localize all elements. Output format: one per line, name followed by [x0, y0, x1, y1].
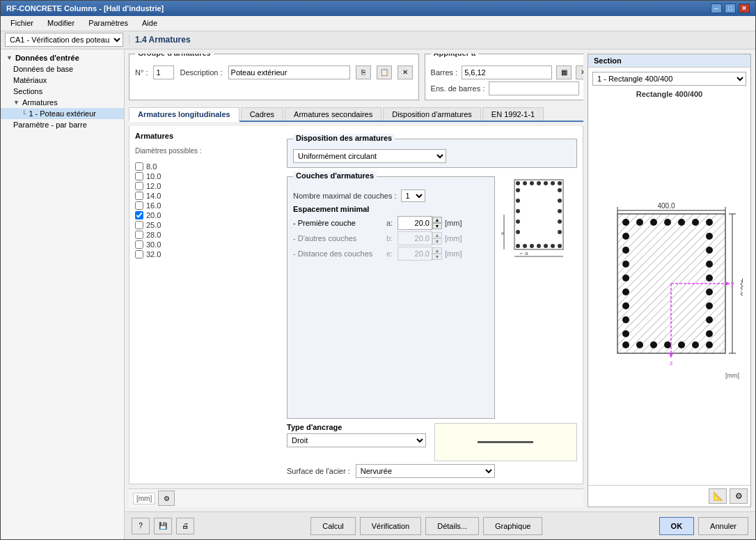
cas-dropdown[interactable]: CA1 - Vérification des poteaux ↑ — [5, 33, 123, 47]
svg-point-65 — [706, 288, 713, 295]
bottom-right: OK Annuler — [659, 517, 748, 535]
ancrage-section: Type d'ancrage Droit — [287, 423, 577, 478]
menu-parametres[interactable]: Paramètres — [81, 17, 135, 29]
svg-point-9 — [523, 244, 527, 248]
diameter-checkbox[interactable] — [135, 162, 143, 171]
close-button[interactable]: ✕ — [739, 3, 750, 13]
first-couche-input[interactable] — [397, 216, 432, 230]
barres-clear-icon[interactable]: ✕ — [576, 65, 583, 79]
tab-en1992[interactable]: EN 1992-1-1 — [482, 107, 544, 121]
first-couche-label: - Première couche — [293, 219, 384, 227]
desc-label: Description : — [180, 68, 222, 77]
copy-icon[interactable]: ⎘ — [356, 65, 371, 79]
annuler-button[interactable]: Annuler — [698, 517, 748, 535]
verif-button[interactable]: Vérification — [360, 517, 421, 535]
tab-disposition[interactable]: Disposition d'armatures — [383, 107, 481, 121]
svg-point-56 — [622, 275, 629, 281]
first-couche-up[interactable]: ▲ — [432, 217, 442, 223]
no-input[interactable] — [153, 65, 174, 79]
barres-select-icon[interactable]: ▦ — [556, 65, 572, 79]
svg-point-22 — [558, 209, 562, 213]
couches-area: Couches d'armatures Nombre maximal de co… — [287, 172, 577, 419]
diameter-item: 20.0 — [135, 210, 281, 220]
section-dropdown[interactable]: 1 - Rectangle 400/400 — [592, 72, 746, 86]
svg-point-54 — [622, 247, 629, 254]
tab-cadres[interactable]: Cadres — [241, 107, 283, 121]
svg-point-18 — [516, 219, 520, 224]
diameter-label: 8.0 — [146, 162, 157, 171]
menu-aide[interactable]: Aide — [135, 17, 164, 29]
svg-point-17 — [516, 209, 520, 213]
description-input[interactable] — [228, 65, 350, 79]
other-couche-input[interactable] — [397, 231, 432, 245]
section-icon1[interactable]: 📐 — [709, 488, 727, 504]
diameter-checkbox[interactable] — [135, 240, 143, 249]
svg-point-3 — [530, 181, 534, 185]
diameter-checkbox[interactable] — [135, 182, 143, 190]
diameter-label: 30.0 — [146, 240, 161, 249]
sidebar-item-sections[interactable]: Sections — [1, 86, 124, 97]
diameter-checkbox[interactable] — [135, 250, 143, 259]
other-couche-down[interactable]: ▼ — [432, 238, 442, 245]
diameter-checkbox[interactable] — [135, 231, 143, 239]
calcul-button[interactable]: Calcul — [310, 517, 356, 535]
toolbar-strip: CA1 - Vérification des poteaux ↑ 1.4 Arm… — [1, 31, 755, 49]
dist-couche-input[interactable] — [397, 247, 432, 261]
tab-secondaires[interactable]: Armatures secondaires — [285, 107, 381, 121]
svg-marker-71 — [725, 281, 730, 286]
svg-point-46 — [622, 341, 629, 348]
couches-svg: a ⌐ a — [501, 176, 577, 260]
section-icon2[interactable]: ⚙ — [730, 488, 748, 504]
surface-select[interactable]: Nervurée — [356, 464, 495, 478]
sidebar-item-poteau[interactable]: └ 1 - Poteau extérieur — [1, 108, 124, 119]
first-couche-spinner: ▲ ▼ — [397, 216, 442, 230]
paste-icon[interactable]: 📋 — [377, 65, 392, 79]
ancrage-line — [478, 441, 533, 443]
section-panel-icons: 📐 ⚙ — [588, 485, 750, 507]
maximize-button[interactable]: □ — [725, 3, 736, 13]
menu-fichier[interactable]: Fichier — [3, 17, 40, 29]
sidebar-item-armatures[interactable]: ▼ Armatures — [1, 97, 124, 108]
svg-point-45 — [706, 219, 713, 226]
help-icon[interactable]: ? — [132, 518, 150, 534]
sidebar-item-materiaux[interactable]: Matériaux — [1, 75, 124, 86]
print-icon[interactable]: 🖨 — [176, 518, 194, 534]
svg-point-4 — [537, 181, 541, 185]
diameter-checkbox[interactable] — [135, 221, 143, 229]
first-couche-letter: a: — [386, 219, 395, 227]
dist-couche-down[interactable]: ▼ — [432, 254, 442, 260]
barres-input[interactable] — [462, 65, 552, 79]
ok-button[interactable]: OK — [659, 517, 695, 535]
ens-barres-input[interactable] — [489, 82, 579, 95]
diameter-checkbox[interactable] — [135, 211, 143, 219]
ancrage-select[interactable]: Droit — [287, 433, 426, 447]
svg-point-14 — [558, 244, 562, 248]
nb-couches-select[interactable]: 1 — [401, 190, 425, 202]
tab-longitudinales[interactable]: Armatures longitudinales — [129, 107, 239, 122]
minimize-button[interactable]: ─ — [711, 3, 722, 13]
sidebar-item-donnees[interactable]: ▼ Données d'entrée — [1, 52, 124, 63]
unit-settings-icon[interactable]: ⚙ — [158, 491, 175, 506]
section-svg: 400.0 400.0 — [597, 200, 743, 381]
menu-modifier[interactable]: Modifier — [40, 17, 81, 29]
svg-point-64 — [706, 275, 713, 281]
diameter-label: 20.0 — [146, 211, 161, 219]
details-button[interactable]: Détails... — [425, 517, 479, 535]
diameter-item: 30.0 — [135, 240, 281, 249]
disposition-select[interactable]: Uniformément circulant — [293, 149, 446, 163]
diameter-label: 10.0 — [146, 172, 161, 180]
save-icon[interactable]: 💾 — [154, 518, 172, 534]
diameter-checkbox[interactable] — [135, 192, 143, 200]
sidebar-item-bases[interactable]: Données de base — [1, 63, 124, 75]
diameter-checkbox[interactable] — [135, 172, 143, 180]
sidebar-item-parbarre[interactable]: Paramètre - par barre — [1, 119, 124, 130]
diameter-checkbox[interactable] — [135, 201, 143, 210]
graphique-button[interactable]: Graphique — [483, 517, 542, 535]
dist-couche-up[interactable]: ▲ — [432, 247, 442, 254]
ancrage-row: Type d'ancrage Droit — [287, 423, 577, 461]
other-couche-row: - D'autres couches b: ▲ ▼ — [293, 231, 489, 245]
diameter-item: 14.0 — [135, 191, 281, 201]
other-couche-up[interactable]: ▲ — [432, 232, 442, 238]
delete-icon[interactable]: ✕ — [397, 65, 413, 79]
first-couche-down[interactable]: ▼ — [432, 223, 442, 229]
